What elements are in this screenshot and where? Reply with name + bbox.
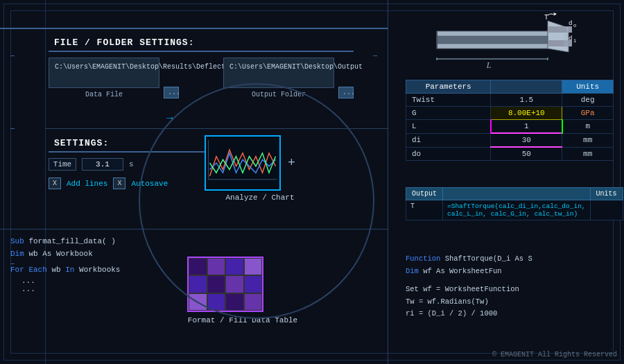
data-file-browse-button[interactable]: ... xyxy=(164,87,179,98)
grid-box[interactable] xyxy=(187,257,263,312)
twist-label: Twist xyxy=(406,94,491,107)
G-value: 8.00E+10 xyxy=(491,107,562,120)
analyze-section: + Analyze / Chart xyxy=(205,135,315,202)
grid-cell-6 xyxy=(207,275,226,293)
data-file-group: C:\Users\EMAGENIT\Desktop\Results\Deflec… xyxy=(49,58,159,98)
code-dim-line: Dim wb As Workbook xyxy=(10,248,177,261)
code-dot2: ... xyxy=(10,285,177,293)
output-formula-header xyxy=(443,188,591,200)
twist-value: 1.5 xyxy=(491,94,562,107)
di-unit: mm xyxy=(562,133,614,147)
file-folder-header: FILE / FOLDER SETTINGS: xyxy=(49,35,354,52)
function-name: ShaftTorque(D_i As S xyxy=(445,254,532,263)
output-section: Output Units T =ShaftTorque(calc_di_in,c… xyxy=(406,187,614,220)
L-unit: m xyxy=(562,120,614,134)
sub-name: format_fill_data( ) xyxy=(28,237,115,245)
data-file-path: C:\Users\EMAGENIT\Desktop\Results\Deflec… xyxy=(49,58,159,88)
func-line6: ri = (D_i / 2) / 1000 xyxy=(406,308,614,320)
autosave-checkbox[interactable]: X xyxy=(113,177,125,189)
dim-wf: wf As WorksheetFun xyxy=(423,267,501,275)
time-label: Time xyxy=(49,158,76,171)
set-line: Set wf = WorksheetFunction xyxy=(406,285,519,293)
svg-rect-6 xyxy=(437,36,548,44)
output-folder-browse-button[interactable]: ... xyxy=(338,87,354,98)
function-keyword: Function xyxy=(406,254,445,263)
format-label: Format / Fill Data Table xyxy=(187,315,298,327)
left-panel: FILE / FOLDER SETTINGS: C:\Users\EMAGENI… xyxy=(0,0,388,364)
svg-rect-4 xyxy=(548,26,572,33)
function-code: Function ShaftTorque(D_i As S Dim wf As … xyxy=(406,253,614,320)
output-unit xyxy=(590,200,623,220)
func-spacer xyxy=(406,278,614,284)
tick-1 xyxy=(10,55,15,56)
mid-divider xyxy=(45,128,388,129)
code-divider xyxy=(0,229,388,229)
tick-5 xyxy=(373,55,377,56)
sub-keyword: Sub xyxy=(10,237,28,245)
settings-section: SETTINGS: Time 3.1 s X Add lines X Autos… xyxy=(49,135,208,189)
checkbox-row: X Add lines X Autosave xyxy=(49,177,208,189)
code-foreach-line: For Each wb In Workbooks xyxy=(10,264,177,277)
di-label: di xyxy=(406,133,491,147)
svg-marker-3 xyxy=(548,21,569,52)
bolt-svg: L T d o d i xyxy=(409,7,589,73)
in-keyword: In xyxy=(65,266,74,274)
dim-content: wb As Workbook xyxy=(28,250,92,258)
L-label: L xyxy=(406,120,491,134)
add-lines-label[interactable]: Add lines xyxy=(67,180,107,188)
file-inputs-row: C:\Users\EMAGENIT\Desktop\Results\Deflec… xyxy=(49,58,354,98)
time-row: Time 3.1 s xyxy=(49,158,208,171)
top-divider xyxy=(0,28,388,29)
tw-line: Tw = wf.Radians(Tw) xyxy=(406,297,489,306)
dim-keyword: Dim xyxy=(10,250,28,258)
grid-cell-5 xyxy=(189,275,207,293)
analyze-label: Analyze / Chart xyxy=(205,193,315,202)
grid-cell-11 xyxy=(225,293,244,311)
grid-cell-3 xyxy=(225,258,244,275)
autosave-label[interactable]: Autosave xyxy=(131,180,168,188)
code-section: Sub format_fill_data( ) Dim wb As Workbo… xyxy=(10,236,177,293)
code-dot1: ... xyxy=(10,277,177,285)
plus-icon: + xyxy=(288,156,295,170)
grid-cell-4 xyxy=(244,258,263,275)
output-folder-group: C:\Users\EMAGENIT\Desktop\Output ... Out… xyxy=(223,58,334,98)
do-value: 50 xyxy=(491,147,562,161)
do-unit: mm xyxy=(562,147,614,161)
time-unit: s xyxy=(129,160,134,168)
foreach-collection: Workbooks xyxy=(79,266,120,274)
time-value: 3.1 xyxy=(82,158,123,171)
do-label: do xyxy=(406,147,491,161)
add-lines-checkbox[interactable]: X xyxy=(49,177,61,189)
output-folder-label: Output Folder xyxy=(223,91,334,98)
params-value-header xyxy=(491,80,562,94)
G-label: G xyxy=(406,107,491,120)
output-units-header: Units xyxy=(590,188,623,200)
file-folder-section: FILE / FOLDER SETTINGS: C:\Users\EMAGENI… xyxy=(49,35,354,98)
data-file-label: Data File xyxy=(49,91,159,98)
chart-box[interactable] xyxy=(205,135,281,191)
grid-cell-8 xyxy=(244,275,263,293)
twist-row: Twist 1.5 deg xyxy=(406,94,614,107)
dim-keyword2: Dim xyxy=(406,267,423,275)
format-section: Format / Fill Data Table xyxy=(187,257,298,327)
di-value: 30 xyxy=(491,133,562,147)
func-line1: Function ShaftTorque(D_i As S xyxy=(406,253,614,266)
copyright: © EMAGENIT All Rights Reserved xyxy=(492,351,617,358)
svg-text:d: d xyxy=(569,20,572,27)
output-T-label: T xyxy=(406,200,443,220)
params-col-header: Parameters xyxy=(406,80,491,94)
svg-text:L: L xyxy=(486,60,492,70)
output-T-row: T =ShaftTorque(calc_di_in,calc_do_in, ca… xyxy=(406,200,623,220)
G-unit: GPa xyxy=(562,107,614,120)
grid-cell-7 xyxy=(225,275,244,293)
func-line5: Tw = wf.Radians(Tw) xyxy=(406,296,614,309)
chart-svg xyxy=(206,137,279,189)
grid-cell-2 xyxy=(207,258,226,275)
code-sub-line: Sub format_fill_data( ) xyxy=(10,236,177,248)
ri-line: ri = (D_i / 2) / 1000 xyxy=(406,309,497,318)
params-table: Parameters Units Twist 1.5 deg G 8.00E+1… xyxy=(406,80,614,161)
settings-header: SETTINGS: xyxy=(49,135,208,153)
output-formula: =ShaftTorque(calc_di_in,calc_do_in, calc… xyxy=(443,200,591,220)
grid-cell-9 xyxy=(189,293,207,311)
foreach-keyword: For Each xyxy=(10,266,47,274)
